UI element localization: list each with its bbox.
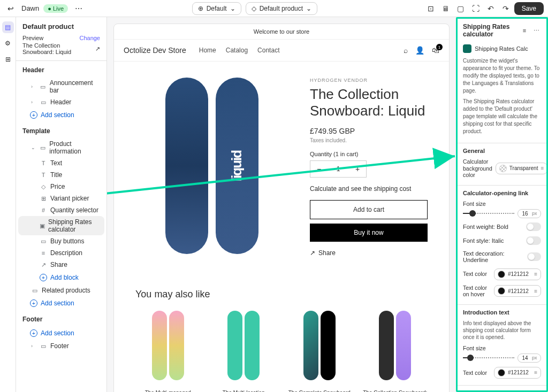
inspector-icon[interactable]: ⊡	[424, 2, 437, 15]
rail-settings-icon[interactable]: ⚙	[2, 37, 14, 49]
preview-product[interactable]: The Collection Snowboard: Liquid ↗	[22, 42, 100, 55]
intro-font-size-slider[interactable]	[463, 357, 514, 358]
undo-icon[interactable]: ↶	[484, 2, 497, 15]
settings-panel: Shipping Rates calculator ≡ ⋯ Shipping R…	[456, 17, 548, 392]
tree-product-info[interactable]: ⌄▭Product information	[16, 138, 106, 157]
redo-icon[interactable]: ↷	[499, 2, 512, 15]
tree-price[interactable]: ◇Price	[16, 181, 106, 193]
font-style-label: Font style: Italic	[463, 237, 504, 244]
font-size-slider[interactable]	[463, 213, 514, 214]
font-weight-toggle[interactable]	[526, 222, 541, 231]
add-section-template[interactable]: +Add section	[16, 296, 106, 310]
rail-apps-icon[interactable]: ⊞	[2, 53, 14, 65]
intro-text-color-input[interactable]: #121212≡	[494, 367, 541, 379]
tag-icon: ◇	[252, 5, 256, 12]
text-color-label: Text color	[463, 271, 491, 278]
store-header: Octolize Dev Store Home Catalog Contact …	[114, 40, 449, 62]
store-name[interactable]: Octolize Dev Store	[124, 46, 186, 55]
add-section-header[interactable]: +Add section	[16, 108, 106, 122]
related-item-4[interactable]: The Collection Snowboard: Hydrogen	[363, 311, 428, 392]
buttons-title: Buttons	[463, 390, 541, 392]
tree-header[interactable]: ›▭Header	[16, 96, 106, 108]
nav-contact[interactable]: Contact	[257, 47, 279, 54]
tax-note: Taxes included.	[310, 137, 428, 143]
change-link[interactable]: Change	[79, 35, 100, 41]
buy-now-button[interactable]: Buy it now	[310, 224, 428, 242]
qty-plus[interactable]: +	[349, 161, 366, 177]
font-size-label: Font size	[463, 201, 541, 207]
quantity-picker[interactable]: − 1 +	[310, 160, 367, 178]
account-icon[interactable]: 👤	[415, 46, 424, 55]
tree-related[interactable]: ▭Related products	[16, 285, 106, 296]
view-select[interactable]: ⊕ Default ⌄	[192, 2, 241, 15]
price: £749.95 GBP	[310, 127, 428, 135]
vendor: HYDROGEN VENDOR	[310, 78, 428, 83]
related-title: You may also like	[135, 289, 428, 300]
font-weight-label: Font weight: Bold	[463, 224, 508, 230]
general-title: General	[463, 148, 541, 154]
tree-quantity[interactable]: #Quantity selector	[16, 204, 106, 216]
announcement-bar: Welcome to our store	[114, 24, 449, 40]
product-images: liquid	[135, 78, 288, 257]
quantity-label: Quantity (1 in cart)	[310, 151, 428, 157]
tree-description[interactable]: ≡Description	[16, 247, 106, 259]
help-text: Customize the widget's appearance to fit…	[458, 57, 546, 143]
cart-icon[interactable]: 🛍1	[432, 46, 439, 55]
search-icon[interactable]: ⌕	[404, 46, 408, 55]
font-size-input[interactable]: 16px	[517, 209, 541, 218]
bg-color-input[interactable]: Transparent ≡	[496, 163, 547, 174]
panel-list-icon[interactable]: ≡	[520, 26, 529, 35]
nav-catalog[interactable]: Catalog	[226, 47, 248, 54]
footer-section-label: Footer	[16, 310, 106, 326]
tree-announcement-bar[interactable]: ›▭Announcement bar	[16, 77, 106, 96]
settings-title: Shipping Rates calculator	[463, 23, 520, 38]
rail-sections-icon[interactable]: ▤	[2, 21, 14, 33]
back-icon[interactable]: ↩	[4, 2, 17, 15]
desktop-icon[interactable]: 🖥	[439, 2, 452, 15]
tree-share[interactable]: ↗Share	[16, 259, 106, 271]
sidebar: Default product Preview Change The Colle…	[16, 17, 107, 392]
tree-variant[interactable]: ⊞Variant picker	[16, 193, 106, 204]
left-rail: ▤ ⚙ ⊞	[0, 17, 16, 392]
fullscreen-icon[interactable]: ⛶	[469, 2, 482, 15]
related-item-3[interactable]: The Complete Snowboard	[287, 311, 352, 392]
app-icon	[463, 44, 471, 53]
product-image-1[interactable]	[165, 78, 208, 254]
mobile-icon[interactable]: ▢	[454, 2, 467, 15]
store-preview: Welcome to our store Octolize Dev Store …	[113, 24, 450, 392]
product-title: The Collection Snowboard: Liquid	[310, 86, 428, 119]
list-icon: ≡	[541, 165, 544, 171]
add-section-footer[interactable]: +Add section	[16, 326, 106, 340]
add-to-cart-button[interactable]: Add to cart	[310, 200, 428, 219]
panel-more-icon[interactable]: ⋯	[531, 26, 541, 35]
tree-footer[interactable]: ›▭Footer	[16, 340, 106, 352]
intro-text-color-label: Text color	[463, 370, 491, 376]
add-block[interactable]: +Add block	[16, 271, 106, 285]
save-button[interactable]: Save	[514, 2, 544, 15]
text-color-input[interactable]: #121212≡	[494, 268, 541, 280]
font-style-toggle[interactable]	[526, 236, 541, 245]
related-item-1[interactable]: The Multi-managed Snowboard	[135, 311, 201, 392]
hover-color-input[interactable]: #121212≡	[494, 285, 541, 297]
nav-home[interactable]: Home	[199, 47, 216, 54]
qty-minus[interactable]: −	[310, 161, 328, 177]
tree-buy[interactable]: ▭Buy buttons	[16, 235, 106, 247]
tree-title[interactable]: TTitle	[16, 169, 106, 181]
share-button[interactable]: ↗Share	[310, 249, 428, 257]
template-select[interactable]: ◇ Default product ⌄	[246, 2, 317, 15]
related-item-2[interactable]: The Multi-location Snowboard	[211, 311, 277, 392]
chevron-down-icon: ⌄	[306, 5, 311, 12]
intro-font-size-label: Font size	[463, 345, 541, 351]
more-icon[interactable]: ⋯	[72, 2, 85, 15]
text-deco-toggle[interactable]	[527, 252, 541, 261]
tree-text[interactable]: TText	[16, 157, 106, 169]
shipping-calc-link[interactable]: Calculate and see the shipping cost	[310, 185, 428, 193]
tree-shipping-calc[interactable]: ▣Shipping Rates calculator	[18, 216, 104, 235]
external-link-icon: ↗	[95, 45, 100, 52]
product-image-2[interactable]: liquid	[216, 78, 258, 254]
text-deco-label: Text decoration: Underline	[463, 250, 527, 263]
intro-font-size-input[interactable]: 14px	[517, 353, 541, 363]
app-badge[interactable]: Shipping Rates Calc	[458, 42, 546, 57]
theme-name: Dawn	[21, 4, 39, 12]
intro-sub: Info text displayed above the shipping c…	[463, 320, 541, 341]
